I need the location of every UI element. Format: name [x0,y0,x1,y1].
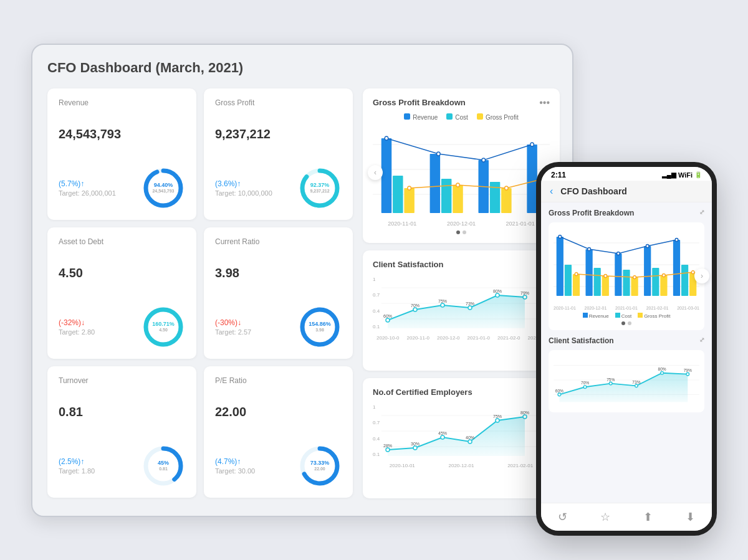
svg-point-87 [646,244,649,247]
svg-text:70%: 70% [581,381,589,385]
svg-text:60%: 60% [555,388,563,392]
svg-text:75%: 75% [493,414,502,419]
svg-point-93 [691,270,694,273]
svg-point-91 [633,275,636,278]
phone-status-bar: 2:11 ▂▄▆ WiFi 🔋 [541,167,712,181]
svg-rect-16 [393,176,403,213]
phone-download-icon[interactable]: ⬇ [678,508,703,526]
kpi-row-asset-to-debt: (-32%)↓ Target: 2.80 [59,305,185,349]
phone-chart-client-satisfaction: 60% 70% 75% 73% 80% 79% [549,350,704,412]
kpi-label-turnover: Turnover [59,376,185,385]
svg-text:80%: 80% [658,367,666,371]
kpi-row-current-ratio: (-30%)↓ Target: 2.57 [215,305,342,349]
phone-chart-gross-profit: › 2020-11-01 2020-12-01 2021-01-01 2021-… [549,222,704,330]
svg-point-92 [663,273,666,277]
chart-menu-gross-profit[interactable]: ••• [539,97,550,108]
phone-content: Gross Profit Breakdown ⤢ [541,202,712,503]
phone-chart-pagination [554,321,699,325]
svg-text:45%: 45% [438,431,447,435]
svg-rect-81 [673,240,680,296]
kpi-change-turnover: (2.5%)↑ [59,457,95,466]
phone-nav-title: CFO Dashboard [560,186,627,196]
kpi-card-gross-profit: Gross Profit 9,237,212 (3.6%)↑ Target: 1… [204,88,353,220]
svg-point-84 [559,235,562,238]
phone-expand-client-icon[interactable]: ⤢ [699,336,704,345]
desktop-dashboard: CFO Dashboard (March, 2021) Revenue 24,5… [31,44,573,517]
svg-rect-82 [681,265,688,296]
kpi-card-revenue: Revenue 24,543,793 (5.7%)↑ Target: 26,00… [47,88,196,220]
gauge-pe-ratio: 73.33% 22.00 [298,444,342,488]
mobile-phone: 2:11 ▂▄▆ WiFi 🔋 ‹ CFO Dashboard Gross Pr… [536,162,717,536]
svg-rect-77 [631,277,638,296]
svg-point-55 [413,446,417,450]
chart-header-certified-employers: No.of Certified Employers ••• [373,387,550,398]
chart-nav-prev[interactable]: ‹ [368,165,383,180]
phone-time: 2:11 [551,171,566,179]
svg-point-42 [496,293,499,297]
kpi-value-asset-to-debt: 4.50 [59,266,185,280]
phone-status-icons: ▂▄▆ WiFi 🔋 [662,171,702,179]
svg-rect-17 [404,188,414,213]
svg-text:79%: 79% [520,291,529,295]
svg-rect-22 [490,182,500,213]
phone-refresh-icon[interactable]: ↺ [550,508,575,526]
kpi-change-pe-ratio: (4.7%)↑ [215,457,255,466]
gauge-turnover: 45% 0.81 [141,444,185,488]
kpi-target-revenue: Target: 26,000,001 [59,189,116,197]
chart-card-certified-employers: No.of Certified Employers ••• 1 0.7 0.4 … [363,378,560,498]
svg-point-27 [437,152,440,156]
svg-point-98 [558,393,561,396]
chart-legend-gross-profit: Revenue Cost Gross Profit [373,113,550,121]
phone-chart-nav-right[interactable]: › [694,268,709,283]
svg-point-31 [456,183,459,187]
bar-chart-gross-profit: ‹ [373,126,550,219]
svg-point-29 [530,143,534,146]
client-satisfaction-chart-wrap: 1 0.7 0.4 0.1 [373,275,550,334]
kpi-label-pe-ratio: P/E Ratio [215,376,342,385]
gauge-gross-profit: 92.37% 9,237,212 [298,166,342,210]
battery-icon: 🔋 [694,171,702,178]
chart-header-gross-profit: Gross Profit Breakdown ••• [373,97,550,108]
svg-point-30 [408,186,411,190]
svg-point-40 [441,303,444,307]
wifi-icon: WiFi [678,171,693,179]
svg-point-38 [386,318,390,322]
phone-star-icon[interactable]: ☆ [593,508,618,526]
gauge-text-asset-to-debt: 160.71% 4.50 [152,321,175,333]
kpi-row-gross-profit: (3.6%)↑ Target: 10,000,000 [215,166,342,210]
svg-rect-20 [453,185,463,213]
svg-text:73%: 73% [466,301,474,306]
kpi-value-current-ratio: 3.98 [215,266,342,280]
chart-title-client-satisfaction: Client Satisfaction [373,260,443,269]
svg-point-57 [468,440,472,444]
svg-text:30%: 30% [411,442,420,446]
phone-expand-icon[interactable]: ⤢ [699,209,704,217]
svg-rect-79 [652,268,659,296]
svg-rect-80 [660,275,667,296]
phone-bottom-bar: ↺ ☆ ⬆ ⬇ [541,503,712,531]
svg-point-41 [468,306,472,310]
svg-point-86 [617,252,620,255]
phone-section-client-satisfaction: Client Satisfaction ⤢ [549,336,704,345]
kpi-value-revenue: 24,543,793 [59,127,185,141]
chart-card-gross-profit: Gross Profit Breakdown ••• Revenue Cost … [363,88,560,243]
dot-1 [456,230,460,234]
svg-rect-15 [381,138,391,213]
svg-point-101 [635,384,638,387]
gauge-revenue: 94.40% 24,543,793 [141,166,185,210]
client-satisfaction-chart: 60% 70% 75% 73% 80% 79% [381,275,550,334]
kpi-card-asset-to-debt: Asset to Debt 4.50 (-32%)↓ Target: 2.80 [47,227,196,359]
kpi-label-asset-to-debt: Asset to Debt [59,237,185,246]
svg-point-103 [686,373,689,376]
svg-point-85 [588,247,591,250]
kpi-target-gross-profit: Target: 10,000,000 [215,189,272,197]
svg-point-58 [496,419,499,422]
dot-2 [463,230,466,234]
kpi-label-current-ratio: Current Ratio [215,237,342,246]
kpi-target-pe-ratio: Target: 30.00 [215,467,255,475]
phone-share-icon[interactable]: ⬆ [635,508,660,526]
kpi-card-pe-ratio: P/E Ratio 22.00 (4.7%)↑ Target: 30.00 [204,366,353,498]
phone-back-button[interactable]: ‹ [550,186,553,197]
kpi-row-revenue: (5.7%)↑ Target: 26,000,001 [59,166,185,210]
svg-text:80%: 80% [493,289,502,293]
